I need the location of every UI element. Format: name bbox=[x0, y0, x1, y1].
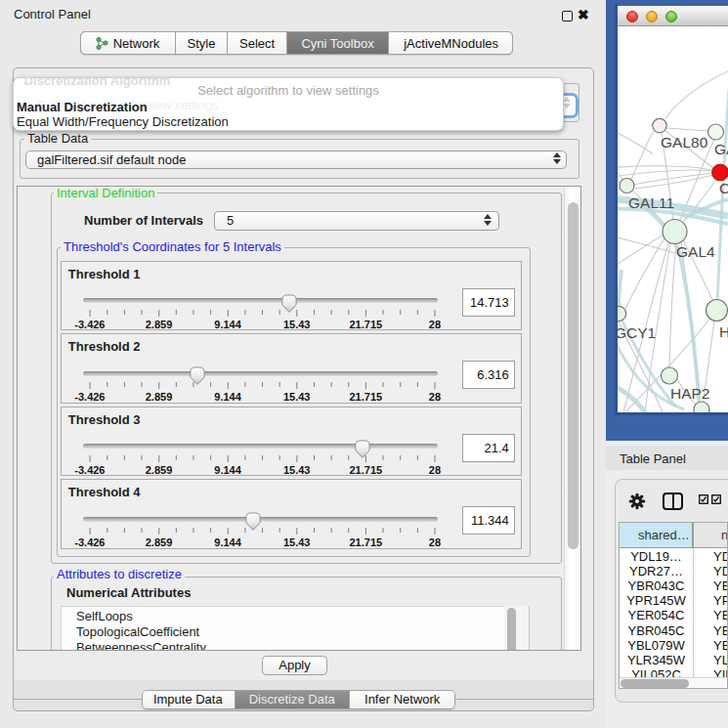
svg-text:H: H bbox=[719, 323, 728, 340]
svg-text:GA: GA bbox=[714, 141, 728, 157]
svg-text:HAP2: HAP2 bbox=[670, 385, 710, 402]
svg-text:GAL11: GAL11 bbox=[628, 194, 674, 211]
svg-text:C: C bbox=[719, 180, 728, 196]
svg-text:GAL80: GAL80 bbox=[661, 134, 708, 150]
svg-text:GCY1: GCY1 bbox=[618, 324, 656, 341]
svg-text:GAL4: GAL4 bbox=[676, 243, 715, 260]
